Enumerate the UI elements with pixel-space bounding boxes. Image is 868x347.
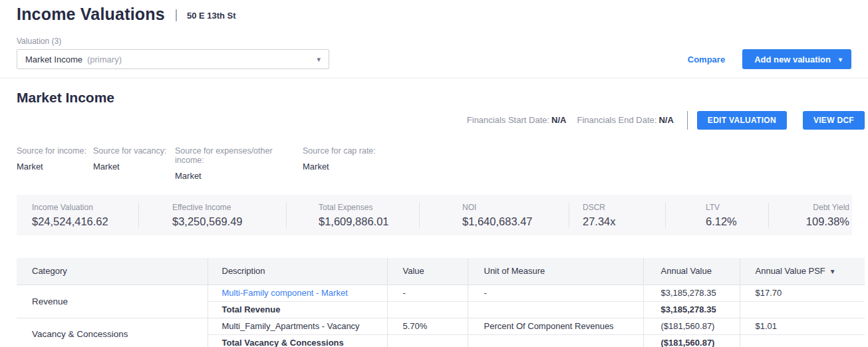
annual-psf-cell: $17.70 <box>740 285 865 301</box>
unit-cell: - <box>468 285 643 301</box>
selected-valuation: Market Income <box>25 55 82 64</box>
header-divider <box>0 78 868 78</box>
stat-noi: NOI$1,640,683.47 <box>419 203 569 228</box>
selected-valuation-suffix: (primary) <box>87 55 122 64</box>
stat-debt-yield: Debt Yield109.38% <box>768 203 852 228</box>
table-row[interactable]: Revenue Multi-Family component - Market … <box>17 285 865 301</box>
stat-income-valuation: Income Valuation$24,524,416.62 <box>17 203 138 228</box>
view-dcf-button[interactable]: VIEW DCF <box>803 111 865 130</box>
chevron-down-icon: ▾ <box>317 55 321 64</box>
total-annual-cell: $3,185,278.35 <box>643 301 740 318</box>
valuation-stats-bar: Income Valuation$24,524,416.62 Effective… <box>17 195 852 235</box>
page-header: Income Valuations 50 E 13th St <box>17 5 868 24</box>
valuation-selector-row: Market Income (primary) ▾ Compare Add ne… <box>17 49 851 69</box>
source-for-expenses: Source for expenses/other income: Market <box>175 146 303 181</box>
valuation-select[interactable]: Market Income (primary) ▾ <box>17 49 329 69</box>
valuation-count-label: Valuation (3) <box>17 37 868 46</box>
stat-total-expenses: Total Expenses$1,609,886.01 <box>286 203 419 228</box>
column-annual-value-psf-sort[interactable]: Annual Value PSF▼ <box>740 258 865 285</box>
annual-value-cell: ($181,560.87) <box>643 318 740 334</box>
compare-link[interactable]: Compare <box>688 55 725 64</box>
annual-value-cell: $3,185,278.35 <box>643 285 740 301</box>
category-cell: Revenue <box>17 285 208 318</box>
stat-ltv: LTV6.12% <box>665 203 768 228</box>
description-cell: Multi_Family_Apartments - Vacancy <box>208 318 387 334</box>
valuation-table: Category Description Value Unit of Measu… <box>17 258 865 347</box>
column-description: Description <box>208 258 387 285</box>
column-category: Category <box>17 258 208 285</box>
financials-meta-row: Financials Start Date:N/A Financials End… <box>17 110 865 130</box>
valuation-section-title: Market Income <box>17 90 868 106</box>
property-address: 50 E 13th St <box>187 11 236 21</box>
total-label-cell: Total Vacancy & Concessions <box>208 334 387 347</box>
sources-row: Source for income: Market Source for vac… <box>17 146 868 181</box>
column-value: Value <box>387 258 468 285</box>
stat-dscr: DSCR27.34x <box>569 203 665 228</box>
chevron-down-icon: ▾ <box>839 56 842 63</box>
sort-desc-icon: ▼ <box>829 268 836 275</box>
add-new-valuation-label: Add new valuation <box>754 55 831 64</box>
edit-valuation-button[interactable]: EDIT VALUATION <box>697 111 787 130</box>
column-unit-of-measure: Unit of Measure <box>468 258 643 285</box>
category-cell: Vacancy & Concessions <box>17 318 208 347</box>
source-for-vacancy: Source for vacancy: Market <box>93 146 175 181</box>
vertical-divider <box>687 111 688 130</box>
component-link[interactable]: Multi-Family component - Market <box>222 288 348 298</box>
table-row[interactable]: Vacancy & Concessions Multi_Family_Apart… <box>17 318 865 334</box>
total-label-cell: Total Revenue <box>208 301 387 318</box>
total-annual-cell: ($181,560.87) <box>643 334 740 347</box>
source-for-income: Source for income: Market <box>17 146 93 181</box>
unit-cell: Percent Of Component Revenues <box>468 318 643 334</box>
income-valuations-page: Income Valuations 50 E 13th St Valuation… <box>0 5 868 347</box>
annual-psf-cell: $1.01 <box>740 318 865 334</box>
financials-end-date: Financials End Date:N/A <box>577 115 673 125</box>
title-separator <box>176 9 177 21</box>
page-title: Income Valuations <box>17 5 165 24</box>
value-cell: 5.70% <box>387 318 468 334</box>
financials-start-date: Financials Start Date:N/A <box>467 115 567 125</box>
column-annual-value: Annual Value <box>643 258 740 285</box>
source-for-cap-rate: Source for cap rate: Market <box>303 146 376 181</box>
stat-effective-income: Effective Income$3,250,569.49 <box>138 203 286 228</box>
add-new-valuation-button[interactable]: Add new valuation ▾ <box>742 49 851 69</box>
table-header-row: Category Description Value Unit of Measu… <box>17 258 865 285</box>
value-cell: - <box>387 285 468 301</box>
